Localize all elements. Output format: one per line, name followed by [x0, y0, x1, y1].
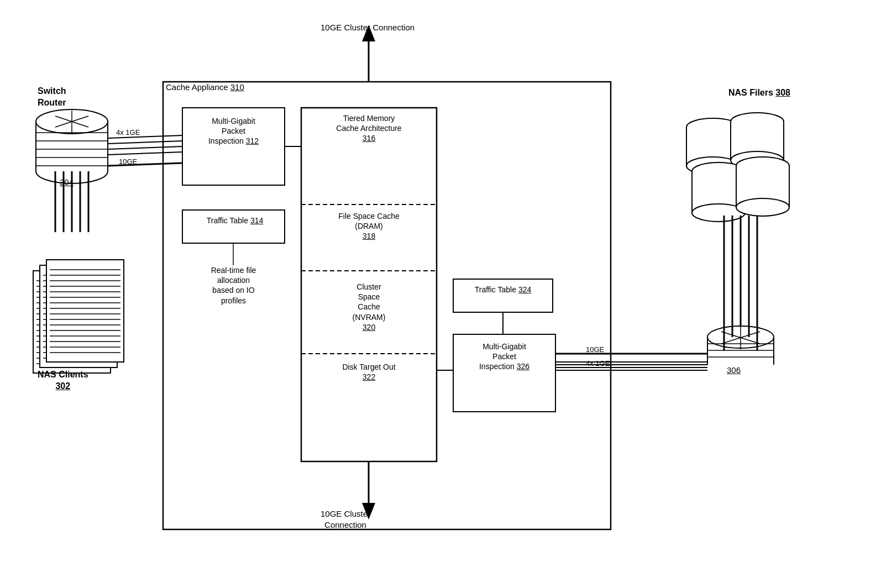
nas-filers-num: 308	[775, 88, 790, 97]
svg-line-109	[721, 332, 760, 344]
svg-point-79	[686, 118, 740, 136]
cluster-conn-top-label: 10GE Cluster Connection	[321, 22, 415, 33]
svg-rect-2	[182, 210, 285, 243]
nas-clients-label: NAS Clients302	[38, 369, 88, 392]
svg-rect-85	[731, 122, 784, 160]
svg-point-94	[736, 157, 789, 175]
svg-rect-7	[453, 279, 553, 312]
svg-line-65	[55, 116, 88, 127]
nas-filers-label: NAS Filers 308	[680, 87, 790, 99]
cluster-space-cache-label: ClusterSpaceCache(NVRAM)320	[304, 282, 434, 332]
svg-rect-26	[40, 265, 117, 368]
svg-line-121	[108, 141, 182, 144]
svg-rect-105	[707, 337, 774, 365]
disk-target-out-label: Disk Target Out322	[304, 362, 434, 382]
svg-point-89	[692, 162, 745, 180]
traffic-table-2-label: Traffic Table 324	[456, 285, 550, 295]
multi-gigabit-2-label: Multi-GigabitPacketInspection 326	[456, 342, 553, 372]
svg-point-98	[736, 198, 789, 216]
filer-306-label: 306	[727, 365, 741, 376]
svg-rect-90	[692, 171, 745, 213]
svg-rect-80	[686, 127, 740, 166]
traffic-table-1-label: Traffic Table 314	[188, 216, 282, 225]
multi-gigabit-1-label: Multi-GigabitPacketInspection 312	[185, 116, 282, 146]
svg-line-110	[721, 332, 760, 344]
cache-appliance-label: Cache Appliance 310	[166, 82, 244, 93]
switch-router-num: 304	[60, 177, 74, 188]
svg-point-93	[692, 204, 745, 222]
link-10ge-right-top-label: 10GE	[586, 345, 604, 355]
svg-rect-61	[36, 122, 108, 171]
link-4x1ge-top-label: 4x 1GE	[116, 128, 140, 138]
cluster-conn-bottom-label: 10GE ClusterConnection	[321, 508, 370, 530]
realtime-text: Real-time fileallocationbased on IOprofi…	[182, 265, 285, 306]
file-space-cache-label: File Space Cache(DRAM)318	[304, 211, 434, 242]
svg-point-64	[36, 109, 108, 134]
switch-router-label: SwitchRouter	[38, 86, 66, 109]
svg-rect-9	[33, 271, 111, 373]
link-4x1ge-right-label: 4x 1GE	[586, 359, 610, 369]
svg-line-123	[108, 152, 182, 155]
svg-point-88	[731, 151, 784, 169]
svg-point-83	[686, 157, 740, 175]
svg-line-122	[108, 146, 182, 149]
cache-appliance-num: 310	[230, 82, 244, 92]
diagram: 10GE Cluster Connection Cache Appliance …	[0, 0, 881, 588]
svg-rect-43	[46, 260, 124, 362]
svg-rect-95	[736, 166, 789, 207]
svg-point-84	[731, 113, 784, 130]
svg-point-104	[707, 340, 774, 362]
tiered-memory-label: Tiered MemoryCache Architecture316	[304, 113, 434, 144]
svg-line-66	[55, 116, 88, 127]
svg-point-108	[707, 326, 774, 348]
link-10ge-top-label: 10GE	[119, 158, 137, 167]
